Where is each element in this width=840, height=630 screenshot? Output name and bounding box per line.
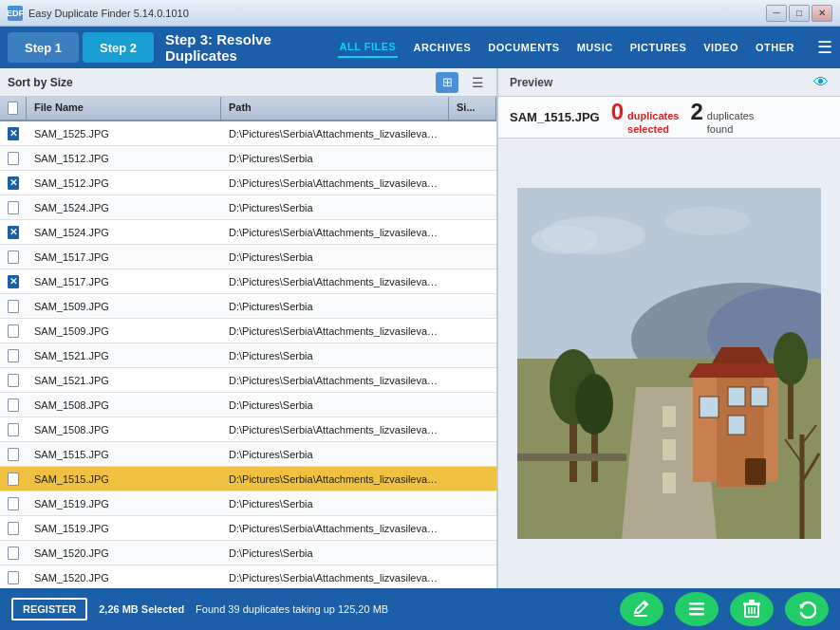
undo-button[interactable] <box>785 592 829 626</box>
row-path: D:\Pictures\Serbia <box>221 399 449 411</box>
checkbox-box[interactable] <box>8 374 19 387</box>
checkbox-box[interactable] <box>8 300 19 313</box>
tab-all-files[interactable]: ALL FILES <box>338 37 399 58</box>
svg-rect-12 <box>700 397 719 417</box>
row-checkbox[interactable]: ✕ <box>0 176 27 190</box>
checkbox-check: ✕ <box>9 276 17 287</box>
tab-documents[interactable]: DOCUMENTS <box>486 38 561 57</box>
checkbox-box[interactable]: ✕ <box>8 275 19 288</box>
checkbox-box[interactable] <box>8 349 19 362</box>
row-checkbox[interactable] <box>0 423 27 436</box>
table-row[interactable]: SAM_1515.JPGD:\Pictures\Serbia\Attachmen… <box>0 467 496 491</box>
row-checkbox[interactable] <box>0 547 27 560</box>
table-row[interactable]: SAM_1521.JPGD:\Pictures\Serbia\Attachmen… <box>0 368 496 393</box>
grid-view-button[interactable]: ⊞ <box>436 72 458 93</box>
checkbox-box[interactable] <box>8 201 19 214</box>
svg-rect-32 <box>689 602 704 605</box>
row-filename: SAM_1512.JPG <box>27 177 221 189</box>
table-row[interactable]: ✕SAM_1525.JPGD:\Pictures\Serbia\Attachme… <box>0 121 496 146</box>
header-size: Si... <box>449 97 496 120</box>
row-checkbox[interactable] <box>0 497 27 510</box>
row-path: D:\Pictures\Serbia <box>221 153 449 164</box>
row-checkbox[interactable]: ✕ <box>0 275 27 288</box>
row-checkbox[interactable] <box>0 472 27 486</box>
table-row[interactable]: SAM_1524.JPGD:\Pictures\Serbia <box>0 195 496 220</box>
table-row[interactable]: SAM_1519.JPGD:\Pictures\Serbia\Attachmen… <box>0 516 496 541</box>
select-all-checkbox[interactable] <box>8 102 18 115</box>
row-checkbox[interactable] <box>0 300 27 313</box>
minimize-button[interactable]: ─ <box>766 5 787 22</box>
row-checkbox[interactable] <box>0 324 27 338</box>
row-checkbox[interactable]: ✕ <box>0 127 27 140</box>
tab-music[interactable]: MUSIC <box>575 38 615 57</box>
checkbox-box[interactable] <box>8 522 19 535</box>
row-checkbox[interactable] <box>0 152 27 165</box>
row-filename: SAM_1519.JPG <box>27 498 221 510</box>
table-row[interactable]: SAM_1508.JPGD:\Pictures\Serbia\Attachmen… <box>0 417 496 442</box>
checkbox-box[interactable] <box>8 571 19 584</box>
checkbox-box[interactable]: ✕ <box>8 176 19 190</box>
row-path: D:\Pictures\Serbia <box>221 350 449 361</box>
delete-button[interactable] <box>730 592 774 626</box>
table-row[interactable]: SAM_1520.JPGD:\Pictures\Serbia <box>0 541 496 565</box>
tab-video[interactable]: VIDEO <box>701 38 740 57</box>
checkbox-box[interactable] <box>8 472 19 486</box>
table-row[interactable]: ✕SAM_1524.JPGD:\Pictures\Serbia\Attachme… <box>0 220 496 245</box>
checkbox-box[interactable] <box>8 448 19 461</box>
checkbox-box[interactable] <box>8 324 19 338</box>
row-checkbox[interactable] <box>0 349 27 362</box>
row-checkbox[interactable] <box>0 571 27 584</box>
checkbox-box[interactable] <box>8 152 19 165</box>
svg-rect-34 <box>689 613 704 616</box>
table-row[interactable]: SAM_1519.JPGD:\Pictures\Serbia <box>0 491 496 516</box>
close-button[interactable]: ✕ <box>812 5 832 22</box>
table-row[interactable]: SAM_1508.JPGD:\Pictures\Serbia <box>0 393 496 417</box>
row-path: D:\Pictures\Serbia\Attachments_lizvasile… <box>221 276 449 287</box>
svg-marker-11 <box>712 347 769 363</box>
table-row[interactable]: SAM_1509.JPGD:\Pictures\Serbia <box>0 294 496 319</box>
step1-button[interactable]: Step 1 <box>8 32 79 63</box>
checkbox-box[interactable]: ✕ <box>8 226 19 239</box>
table-row[interactable]: SAM_1515.JPGD:\Pictures\Serbia <box>0 442 496 467</box>
maximize-button[interactable]: □ <box>789 5 810 22</box>
checkbox-box[interactable] <box>8 547 19 560</box>
checkbox-box[interactable] <box>8 398 19 412</box>
table-row[interactable]: SAM_1521.JPGD:\Pictures\Serbia <box>0 343 496 368</box>
row-checkbox[interactable] <box>0 522 27 535</box>
table-row[interactable]: SAM_1509.JPGD:\Pictures\Serbia\Attachmen… <box>0 319 496 343</box>
row-checkbox[interactable]: ✕ <box>0 226 27 239</box>
table-row[interactable]: SAM_1520.JPGD:\Pictures\Serbia\Attachmen… <box>0 565 496 588</box>
checkbox-box[interactable] <box>8 497 19 510</box>
checkbox-box[interactable] <box>8 423 19 436</box>
tab-archives[interactable]: ARCHIVES <box>411 38 473 57</box>
step2-button[interactable]: Step 2 <box>83 32 154 63</box>
step-bar: Step 1 Step 2 Step 3: Resolve Duplicates… <box>0 27 840 68</box>
checkbox-box[interactable]: ✕ <box>8 127 19 140</box>
row-checkbox[interactable] <box>0 250 27 264</box>
register-button[interactable]: REGISTER <box>11 598 87 621</box>
table-row[interactable]: ✕SAM_1512.JPGD:\Pictures\Serbia\Attachme… <box>0 171 496 195</box>
hamburger-menu[interactable]: ☰ <box>817 37 832 58</box>
preview-toggle-icon[interactable]: 👁 <box>813 74 829 91</box>
table-row[interactable]: SAM_1517.JPGD:\Pictures\Serbia <box>0 245 496 269</box>
row-filename: SAM_1508.JPG <box>27 399 221 411</box>
header-check[interactable] <box>0 97 27 120</box>
step3-title: Step 3: Resolve Duplicates <box>165 31 338 64</box>
selected-size: 2,26 MB Selected <box>99 603 184 615</box>
row-checkbox[interactable] <box>0 448 27 461</box>
list-button[interactable] <box>675 592 719 626</box>
checkbox-check: ✕ <box>9 227 17 237</box>
sort-menu-button[interactable]: ☰ <box>466 72 489 93</box>
tab-other[interactable]: OTHER <box>754 38 796 57</box>
table-row[interactable]: ✕SAM_1517.JPGD:\Pictures\Serbia\Attachme… <box>0 269 496 294</box>
row-checkbox[interactable] <box>0 201 27 214</box>
row-checkbox[interactable] <box>0 374 27 387</box>
duplicates-found-label: duplicates found <box>707 110 755 135</box>
checkbox-box[interactable] <box>8 250 19 264</box>
file-table[interactable]: File Name Path Si... ✕SAM_1525.JPGD:\Pic… <box>0 97 496 588</box>
edit-button[interactable] <box>620 592 663 626</box>
table-row[interactable]: SAM_1512.JPGD:\Pictures\Serbia <box>0 146 496 171</box>
row-checkbox[interactable] <box>0 398 27 412</box>
row-filename: SAM_1525.JPG <box>27 128 221 139</box>
tab-pictures[interactable]: PICTURES <box>628 38 689 57</box>
